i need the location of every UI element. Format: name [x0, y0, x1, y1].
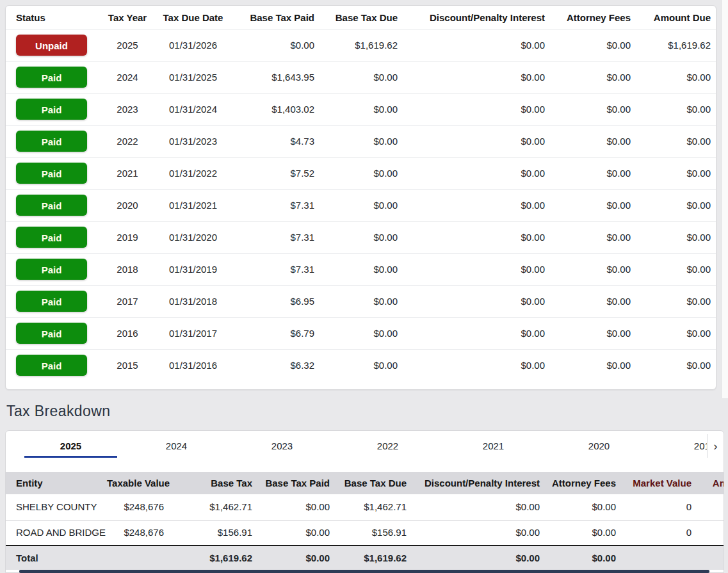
cell-status: Unpaid [6, 29, 102, 61]
cell-discount_penalty_interest: $0.00 [403, 190, 550, 222]
cell-tax_year: 2022 [102, 125, 153, 157]
cell-base_tax_due: $0.00 [320, 190, 403, 222]
cell-amount_due: $0.00 [636, 286, 716, 318]
cell-base_tax_due: $0.00 [320, 318, 403, 350]
cell-amount_due: $0.00 [636, 254, 716, 286]
cell-base_tax_paid: $7.31 [233, 254, 320, 286]
status-badge[interactable]: Paid [16, 291, 87, 312]
cell-discount_penalty_interest: $0.00 [412, 520, 545, 545]
cell-base_tax: $1,462.71 [169, 494, 257, 520]
cell-status: Paid [6, 222, 102, 254]
cell-base_tax_paid: $0.00 [257, 494, 335, 520]
payment-row-2025: Unpaid202501/31/2026$0.00$1,619.62$0.00$… [6, 29, 716, 61]
cell-tax_due_date: 01/31/2026 [153, 29, 233, 61]
status-badge[interactable]: Paid [16, 259, 87, 280]
cell-tax_year: 2023 [102, 93, 153, 125]
cell-base_tax_paid: $6.79 [233, 318, 320, 350]
column-header-tax_year: Tax Year [102, 6, 153, 29]
cell-attorney_fees: $0.00 [550, 318, 636, 350]
status-badge[interactable]: Unpaid [16, 35, 87, 56]
cell-base_tax_paid: $6.32 [233, 350, 320, 382]
cell-status: Paid [6, 318, 102, 350]
tab-2020[interactable]: 2020 [546, 431, 652, 461]
column-header-attorney_fees: Attorney Fees [550, 6, 636, 29]
cell-taxable_value: $248,676 [102, 494, 169, 520]
cell-discount_penalty_interest: $0.00 [403, 286, 550, 318]
total-cell-amount_due [697, 545, 724, 570]
payment-row-2024: Paid202401/31/2025$1,643.95$0.00$0.00$0.… [6, 61, 716, 93]
cell-tax_due_date: 01/31/2016 [153, 350, 233, 382]
cell-base_tax_paid: $0.00 [233, 29, 320, 61]
tab-2023[interactable]: 2023 [229, 431, 335, 461]
cell-attorney_fees: $0.00 [550, 125, 636, 157]
status-badge[interactable]: Paid [16, 163, 87, 184]
cell-amount_due: $0.00 [636, 93, 716, 125]
cell-base_tax_paid: $6.95 [233, 286, 320, 318]
cell-attorney_fees: $0.00 [550, 350, 636, 382]
tabs-next-button[interactable]: › [707, 434, 724, 458]
column-header-taxable_value: Taxable Value [102, 472, 169, 494]
cell-base_tax_paid: $4.73 [233, 125, 320, 157]
cell-status: Paid [6, 93, 102, 125]
cell-attorney_fees: $0.00 [550, 254, 636, 286]
cell-attorney_fees: $0.00 [550, 222, 636, 254]
tax-breakdown-header-row: EntityTaxable ValueBase TaxBase Tax Paid… [6, 472, 724, 494]
cell-base_tax_paid: $1,403.02 [233, 93, 320, 125]
tab-2024[interactable]: 2024 [124, 431, 229, 461]
column-header-market_value: Market Value [621, 472, 697, 494]
cell-base_tax: $156.91 [169, 520, 257, 545]
column-header-base_tax_due: Base Tax Due [335, 472, 412, 494]
status-badge[interactable]: Paid [16, 195, 87, 216]
cell-amount_due: $0.00 [636, 190, 716, 222]
cell-base_tax_due: $0.00 [320, 254, 403, 286]
cell-amount_due [697, 494, 724, 520]
payment-row-2023: Paid202301/31/2024$1,403.02$0.00$0.00$0.… [6, 93, 716, 125]
cell-base_tax_due: $0.00 [320, 286, 403, 318]
cell-tax_due_date: 01/31/2020 [153, 222, 233, 254]
status-badge[interactable]: Paid [16, 355, 87, 376]
status-badge[interactable]: Paid [16, 227, 87, 248]
cell-tax_due_date: 01/31/2022 [153, 157, 233, 190]
status-badge[interactable]: Paid [16, 67, 87, 88]
cell-status: Paid [6, 350, 102, 382]
column-header-amount_due: Amount Due [636, 6, 716, 29]
cell-tax_due_date: 01/31/2017 [153, 318, 233, 350]
tab-2022[interactable]: 2022 [335, 431, 441, 461]
status-badge[interactable]: Paid [16, 323, 87, 344]
horizontal-scrollbar-thumb[interactable] [19, 570, 709, 573]
cell-base_tax_paid: $7.31 [233, 222, 320, 254]
entity-row: SHELBY COUNTY$248,676$1,462.71$0.00$1,46… [6, 494, 724, 520]
cell-tax_year: 2025 [102, 29, 153, 61]
payment-history-card: StatusTax YearTax Due DateBase Tax PaidB… [5, 5, 716, 390]
cell-taxable_value: $248,676 [102, 520, 169, 545]
total-cell-entity: Total [6, 545, 102, 570]
payment-row-2022: Paid202201/31/2023$4.73$0.00$0.00$0.00$0… [6, 125, 716, 157]
cell-base_tax_due: $156.91 [335, 520, 412, 545]
status-badge[interactable]: Paid [16, 99, 87, 120]
cell-attorney_fees: $0.00 [550, 93, 636, 125]
status-badge[interactable]: Paid [16, 131, 87, 152]
tab-2021[interactable]: 2021 [441, 431, 546, 461]
payment-row-2018: Paid201801/31/2019$7.31$0.00$0.00$0.00$0… [6, 254, 716, 286]
cell-market_value: 0 [621, 520, 697, 545]
cell-tax_due_date: 01/31/2025 [153, 61, 233, 93]
payment-row-2016: Paid201601/31/2017$6.79$0.00$0.00$0.00$0… [6, 318, 716, 350]
cell-entity: SHELBY COUNTY [6, 494, 102, 520]
cell-attorney_fees: $0.00 [550, 286, 636, 318]
payment-row-2021: Paid202101/31/2022$7.52$0.00$0.00$0.00$0… [6, 157, 716, 190]
column-header-entity: Entity [6, 472, 102, 494]
cell-status: Paid [6, 286, 102, 318]
cell-base_tax_due: $0.00 [320, 222, 403, 254]
cell-tax_year: 2020 [102, 190, 153, 222]
column-header-base_tax_paid: Base Tax Paid [257, 472, 335, 494]
tab-2025[interactable]: 2025 [18, 431, 124, 461]
cell-discount_penalty_interest: $0.00 [403, 157, 550, 190]
vertical-scrollbar[interactable] [721, 0, 728, 398]
cell-base_tax_due: $0.00 [320, 350, 403, 382]
column-header-base_tax_paid: Base Tax Paid [233, 6, 320, 29]
payment-row-2017: Paid201701/31/2018$6.95$0.00$0.00$0.00$0… [6, 286, 716, 318]
chevron-right-icon: › [713, 439, 717, 453]
cell-base_tax_paid: $7.52 [233, 157, 320, 190]
column-header-attorney_fees: Attorney Fees [545, 472, 621, 494]
cell-market_value: 0 [621, 494, 697, 520]
